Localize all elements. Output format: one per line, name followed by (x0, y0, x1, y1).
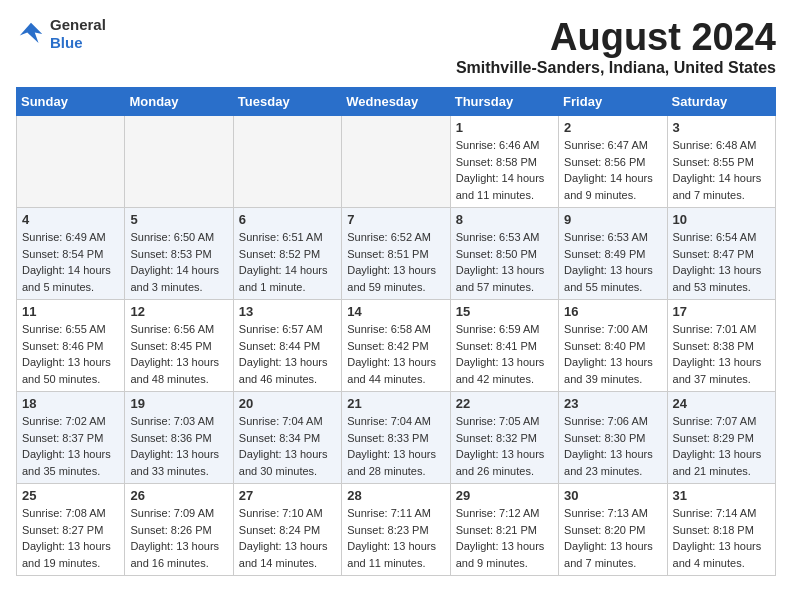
day-info-line: Sunset: 8:18 PM (673, 522, 770, 539)
day-info-line: Sunset: 8:36 PM (130, 430, 227, 447)
day-number: 1 (456, 120, 553, 135)
calendar-cell: 14Sunrise: 6:58 AMSunset: 8:42 PMDayligh… (342, 300, 450, 392)
day-info-line: Sunset: 8:41 PM (456, 338, 553, 355)
calendar-cell: 6Sunrise: 6:51 AMSunset: 8:52 PMDaylight… (233, 208, 341, 300)
calendar-cell: 20Sunrise: 7:04 AMSunset: 8:34 PMDayligh… (233, 392, 341, 484)
day-info-line: Sunset: 8:27 PM (22, 522, 119, 539)
day-info: Sunrise: 6:46 AMSunset: 8:58 PMDaylight:… (456, 137, 553, 203)
calendar-table: SundayMondayTuesdayWednesdayThursdayFrid… (16, 87, 776, 576)
day-info: Sunrise: 7:05 AMSunset: 8:32 PMDaylight:… (456, 413, 553, 479)
day-info-line: Daylight: 14 hours and 5 minutes. (22, 262, 119, 295)
day-number: 6 (239, 212, 336, 227)
title-block: August 2024 Smithville-Sanders, Indiana,… (456, 16, 776, 77)
day-info-line: Daylight: 13 hours and 53 minutes. (673, 262, 770, 295)
day-number: 15 (456, 304, 553, 319)
day-info-line: Daylight: 13 hours and 4 minutes. (673, 538, 770, 571)
day-info-line: Sunset: 8:20 PM (564, 522, 661, 539)
day-info-line: Sunrise: 6:59 AM (456, 321, 553, 338)
day-info-line: Sunset: 8:55 PM (673, 154, 770, 171)
day-info-line: Daylight: 13 hours and 19 minutes. (22, 538, 119, 571)
weekday-header: Sunday (17, 88, 125, 116)
day-info-line: Sunset: 8:58 PM (456, 154, 553, 171)
day-info: Sunrise: 7:10 AMSunset: 8:24 PMDaylight:… (239, 505, 336, 571)
day-number: 25 (22, 488, 119, 503)
day-number: 23 (564, 396, 661, 411)
day-info-line: Sunset: 8:26 PM (130, 522, 227, 539)
day-number: 9 (564, 212, 661, 227)
logo-blue: Blue (50, 34, 83, 51)
day-info-line: Daylight: 13 hours and 37 minutes. (673, 354, 770, 387)
calendar-cell: 29Sunrise: 7:12 AMSunset: 8:21 PMDayligh… (450, 484, 558, 576)
day-info-line: Sunset: 8:34 PM (239, 430, 336, 447)
calendar-cell: 5Sunrise: 6:50 AMSunset: 8:53 PMDaylight… (125, 208, 233, 300)
day-number: 26 (130, 488, 227, 503)
day-info-line: Sunset: 8:30 PM (564, 430, 661, 447)
day-number: 21 (347, 396, 444, 411)
day-info: Sunrise: 7:03 AMSunset: 8:36 PMDaylight:… (130, 413, 227, 479)
day-info-line: Sunrise: 7:04 AM (347, 413, 444, 430)
day-info: Sunrise: 6:52 AMSunset: 8:51 PMDaylight:… (347, 229, 444, 295)
day-info-line: Sunrise: 6:49 AM (22, 229, 119, 246)
calendar-cell: 22Sunrise: 7:05 AMSunset: 8:32 PMDayligh… (450, 392, 558, 484)
calendar-cell: 8Sunrise: 6:53 AMSunset: 8:50 PMDaylight… (450, 208, 558, 300)
day-info-line: Daylight: 14 hours and 3 minutes. (130, 262, 227, 295)
day-info: Sunrise: 6:59 AMSunset: 8:41 PMDaylight:… (456, 321, 553, 387)
day-info: Sunrise: 7:02 AMSunset: 8:37 PMDaylight:… (22, 413, 119, 479)
day-info-line: Sunset: 8:42 PM (347, 338, 444, 355)
day-info-line: Sunrise: 7:12 AM (456, 505, 553, 522)
day-info: Sunrise: 6:47 AMSunset: 8:56 PMDaylight:… (564, 137, 661, 203)
day-info-line: Daylight: 14 hours and 7 minutes. (673, 170, 770, 203)
day-info-line: Sunrise: 6:55 AM (22, 321, 119, 338)
weekday-header: Saturday (667, 88, 775, 116)
day-info: Sunrise: 7:06 AMSunset: 8:30 PMDaylight:… (564, 413, 661, 479)
day-number: 24 (673, 396, 770, 411)
day-info-line: Daylight: 13 hours and 7 minutes. (564, 538, 661, 571)
calendar-week-row: 18Sunrise: 7:02 AMSunset: 8:37 PMDayligh… (17, 392, 776, 484)
day-info-line: Daylight: 14 hours and 9 minutes. (564, 170, 661, 203)
day-info-line: Daylight: 13 hours and 42 minutes. (456, 354, 553, 387)
day-info: Sunrise: 7:07 AMSunset: 8:29 PMDaylight:… (673, 413, 770, 479)
day-info-line: Sunset: 8:40 PM (564, 338, 661, 355)
calendar-cell: 25Sunrise: 7:08 AMSunset: 8:27 PMDayligh… (17, 484, 125, 576)
day-info-line: Sunset: 8:50 PM (456, 246, 553, 263)
day-info: Sunrise: 6:51 AMSunset: 8:52 PMDaylight:… (239, 229, 336, 295)
calendar-cell: 16Sunrise: 7:00 AMSunset: 8:40 PMDayligh… (559, 300, 667, 392)
day-info-line: Sunrise: 7:11 AM (347, 505, 444, 522)
day-info-line: Sunset: 8:24 PM (239, 522, 336, 539)
calendar-cell: 18Sunrise: 7:02 AMSunset: 8:37 PMDayligh… (17, 392, 125, 484)
day-number: 22 (456, 396, 553, 411)
day-info-line: Sunrise: 7:09 AM (130, 505, 227, 522)
page-header: General Blue August 2024 Smithville-Sand… (16, 16, 776, 77)
day-info-line: Sunset: 8:38 PM (673, 338, 770, 355)
day-info: Sunrise: 6:50 AMSunset: 8:53 PMDaylight:… (130, 229, 227, 295)
calendar-cell: 2Sunrise: 6:47 AMSunset: 8:56 PMDaylight… (559, 116, 667, 208)
day-info-line: Sunrise: 6:58 AM (347, 321, 444, 338)
day-info: Sunrise: 7:04 AMSunset: 8:34 PMDaylight:… (239, 413, 336, 479)
day-info-line: Sunset: 8:21 PM (456, 522, 553, 539)
day-info-line: Sunrise: 7:03 AM (130, 413, 227, 430)
calendar-cell: 7Sunrise: 6:52 AMSunset: 8:51 PMDaylight… (342, 208, 450, 300)
day-info-line: Sunset: 8:32 PM (456, 430, 553, 447)
calendar-cell: 17Sunrise: 7:01 AMSunset: 8:38 PMDayligh… (667, 300, 775, 392)
day-info: Sunrise: 7:14 AMSunset: 8:18 PMDaylight:… (673, 505, 770, 571)
calendar-cell: 28Sunrise: 7:11 AMSunset: 8:23 PMDayligh… (342, 484, 450, 576)
day-info-line: Sunrise: 6:47 AM (564, 137, 661, 154)
day-info-line: Sunset: 8:47 PM (673, 246, 770, 263)
day-number: 5 (130, 212, 227, 227)
day-info-line: Daylight: 13 hours and 33 minutes. (130, 446, 227, 479)
day-info-line: Sunset: 8:49 PM (564, 246, 661, 263)
day-number: 16 (564, 304, 661, 319)
calendar-cell: 4Sunrise: 6:49 AMSunset: 8:54 PMDaylight… (17, 208, 125, 300)
calendar-cell: 1Sunrise: 6:46 AMSunset: 8:58 PMDaylight… (450, 116, 558, 208)
day-number: 8 (456, 212, 553, 227)
day-info-line: Sunrise: 6:56 AM (130, 321, 227, 338)
weekday-header: Thursday (450, 88, 558, 116)
day-number: 19 (130, 396, 227, 411)
day-info-line: Sunrise: 7:10 AM (239, 505, 336, 522)
day-info-line: Sunrise: 6:54 AM (673, 229, 770, 246)
weekday-header-row: SundayMondayTuesdayWednesdayThursdayFrid… (17, 88, 776, 116)
day-info-line: Sunrise: 6:51 AM (239, 229, 336, 246)
day-info-line: Daylight: 13 hours and 23 minutes. (564, 446, 661, 479)
calendar-cell: 15Sunrise: 6:59 AMSunset: 8:41 PMDayligh… (450, 300, 558, 392)
day-info: Sunrise: 6:49 AMSunset: 8:54 PMDaylight:… (22, 229, 119, 295)
